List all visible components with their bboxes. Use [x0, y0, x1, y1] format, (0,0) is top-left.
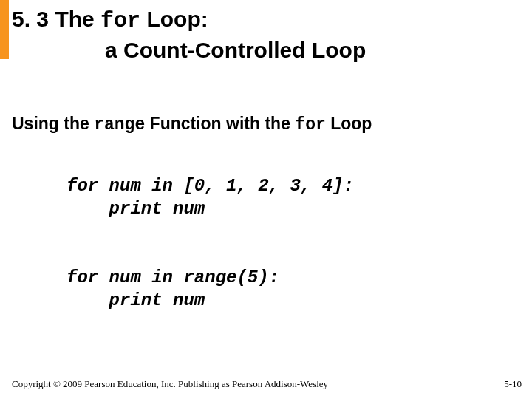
accent-bar	[0, 0, 9, 59]
code-example-2: for num in range(5): print num	[66, 266, 279, 312]
subtitle-mid: Function with the	[150, 114, 290, 133]
slide-title: 5. 3 The for Loop: a Count-Controlled Lo…	[12, 4, 366, 64]
title-line-1: 5. 3 The for Loop:	[12, 4, 366, 35]
section-number: 5. 3	[12, 7, 49, 31]
code-example-1: for num in [0, 1, 2, 3, 4]: print num	[66, 174, 354, 220]
copyright-text: Copyright © 2009 Pearson Education, Inc.…	[12, 378, 328, 390]
subtitle-pre: Using the	[12, 114, 89, 133]
slide-subtitle: Using the range Function with the for Lo…	[12, 114, 372, 134]
subtitle-code-1: range	[94, 115, 145, 134]
title-post: Loop:	[146, 7, 208, 31]
subtitle-post: Loop	[330, 114, 372, 133]
subtitle-code-2: for	[295, 115, 325, 134]
slide: 5. 3 The for Loop: a Count-Controlled Lo…	[0, 0, 532, 399]
title-line-2: a Count-Controlled Loop	[12, 35, 366, 64]
page-number: 5-10	[504, 378, 522, 390]
title-pre: The	[55, 7, 94, 31]
title-code: for	[100, 8, 140, 33]
